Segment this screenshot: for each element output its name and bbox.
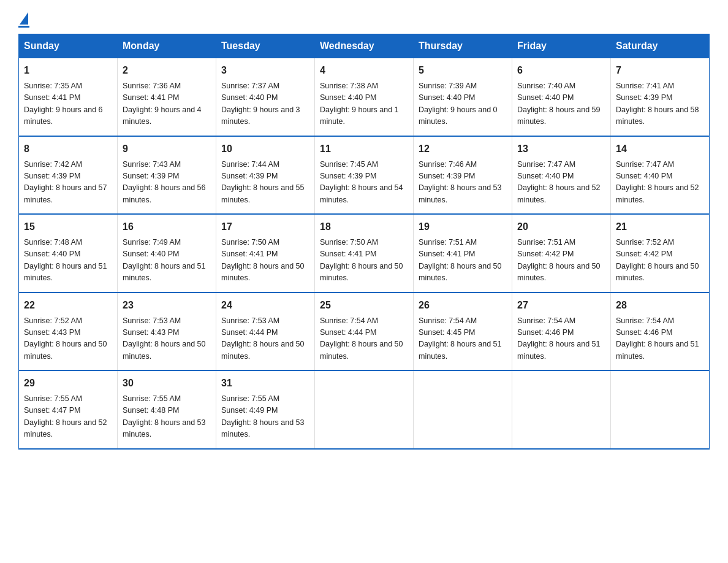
calendar-day-cell: 8Sunrise: 7:42 AMSunset: 4:39 PMDaylight… [19,136,118,215]
logo [18,12,29,28]
day-number: 15 [24,220,112,234]
day-info: Sunrise: 7:37 AMSunset: 4:40 PMDaylight:… [221,80,309,128]
day-info: Sunrise: 7:50 AMSunset: 4:41 PMDaylight:… [320,237,408,285]
day-number: 26 [419,298,507,313]
day-info: Sunrise: 7:54 AMSunset: 4:44 PMDaylight:… [320,315,408,363]
calendar-week-row: 1Sunrise: 7:35 AMSunset: 4:41 PMDaylight… [19,58,710,136]
calendar-day-cell: 17Sunrise: 7:50 AMSunset: 4:41 PMDayligh… [216,214,315,293]
calendar-day-cell: 18Sunrise: 7:50 AMSunset: 4:41 PMDayligh… [315,214,414,293]
calendar-day-cell: 27Sunrise: 7:54 AMSunset: 4:46 PMDayligh… [512,293,611,371]
weekday-header-row: SundayMondayTuesdayWednesdayThursdayFrid… [19,34,710,58]
weekday-header-monday: Monday [118,34,216,58]
day-number: 8 [24,142,112,156]
weekday-header-thursday: Thursday [414,34,512,58]
calendar-day-cell: 24Sunrise: 7:53 AMSunset: 4:44 PMDayligh… [216,293,315,371]
day-number: 7 [616,63,704,78]
day-number: 29 [24,376,112,391]
calendar-day-cell: 7Sunrise: 7:41 AMSunset: 4:39 PMDaylight… [611,58,710,136]
day-number: 18 [320,220,408,234]
day-info: Sunrise: 7:55 AMSunset: 4:48 PMDaylight:… [123,393,211,441]
calendar-day-cell: 14Sunrise: 7:47 AMSunset: 4:40 PMDayligh… [611,136,710,215]
day-info: Sunrise: 7:49 AMSunset: 4:40 PMDaylight:… [123,237,211,285]
day-info: Sunrise: 7:38 AMSunset: 4:40 PMDaylight:… [320,80,408,128]
day-number: 31 [221,376,309,391]
day-info: Sunrise: 7:44 AMSunset: 4:39 PMDaylight:… [221,159,309,207]
day-number: 17 [221,220,309,234]
day-number: 1 [24,63,112,78]
calendar-day-cell: 19Sunrise: 7:51 AMSunset: 4:41 PMDayligh… [414,214,512,293]
day-info: Sunrise: 7:52 AMSunset: 4:43 PMDaylight:… [24,315,112,363]
day-info: Sunrise: 7:46 AMSunset: 4:39 PMDaylight:… [419,159,507,207]
calendar-day-cell: 22Sunrise: 7:52 AMSunset: 4:43 PMDayligh… [19,293,118,371]
weekday-header-saturday: Saturday [611,34,710,58]
day-number: 22 [24,298,112,313]
weekday-header-friday: Friday [512,34,611,58]
day-number: 12 [419,142,507,156]
day-number: 10 [221,142,309,156]
weekday-header-sunday: Sunday [19,34,118,58]
day-info: Sunrise: 7:48 AMSunset: 4:40 PMDaylight:… [24,237,112,285]
day-info: Sunrise: 7:41 AMSunset: 4:39 PMDaylight:… [616,80,704,128]
day-info: Sunrise: 7:51 AMSunset: 4:42 PMDaylight:… [517,237,605,285]
day-info: Sunrise: 7:39 AMSunset: 4:40 PMDaylight:… [419,80,507,128]
calendar-day-cell: 15Sunrise: 7:48 AMSunset: 4:40 PMDayligh… [19,214,118,293]
day-number: 25 [320,298,408,313]
calendar-day-cell: 13Sunrise: 7:47 AMSunset: 4:40 PMDayligh… [512,136,611,215]
weekday-header-tuesday: Tuesday [216,34,315,58]
day-number: 20 [517,220,605,234]
calendar-week-row: 29Sunrise: 7:55 AMSunset: 4:47 PMDayligh… [19,370,710,449]
calendar-day-cell: 12Sunrise: 7:46 AMSunset: 4:39 PMDayligh… [414,136,512,215]
logo-triangle-icon [20,12,28,25]
calendar-day-cell: 26Sunrise: 7:54 AMSunset: 4:45 PMDayligh… [414,293,512,371]
calendar-day-cell [315,370,414,449]
day-number: 3 [221,63,309,78]
calendar-day-cell: 6Sunrise: 7:40 AMSunset: 4:40 PMDaylight… [512,58,611,136]
calendar-day-cell: 23Sunrise: 7:53 AMSunset: 4:43 PMDayligh… [118,293,216,371]
day-info: Sunrise: 7:42 AMSunset: 4:39 PMDaylight:… [24,159,112,207]
page-header [18,12,710,28]
day-info: Sunrise: 7:36 AMSunset: 4:41 PMDaylight:… [123,80,211,128]
day-number: 6 [517,63,605,78]
day-info: Sunrise: 7:53 AMSunset: 4:44 PMDaylight:… [221,315,309,363]
day-info: Sunrise: 7:51 AMSunset: 4:41 PMDaylight:… [419,237,507,285]
day-number: 27 [517,298,605,313]
calendar-day-cell: 21Sunrise: 7:52 AMSunset: 4:42 PMDayligh… [611,214,710,293]
logo-underline [18,26,29,28]
calendar-day-cell: 31Sunrise: 7:55 AMSunset: 4:49 PMDayligh… [216,370,315,449]
day-info: Sunrise: 7:40 AMSunset: 4:40 PMDaylight:… [517,80,605,128]
day-number: 28 [616,298,704,313]
day-number: 13 [517,142,605,156]
day-number: 9 [123,142,211,156]
day-number: 11 [320,142,408,156]
calendar-day-cell: 1Sunrise: 7:35 AMSunset: 4:41 PMDaylight… [19,58,118,136]
day-info: Sunrise: 7:52 AMSunset: 4:42 PMDaylight:… [616,237,704,285]
day-number: 30 [123,376,211,391]
day-number: 24 [221,298,309,313]
calendar-day-cell [414,370,512,449]
day-info: Sunrise: 7:54 AMSunset: 4:46 PMDaylight:… [616,315,704,363]
day-info: Sunrise: 7:35 AMSunset: 4:41 PMDaylight:… [24,80,112,128]
day-info: Sunrise: 7:54 AMSunset: 4:45 PMDaylight:… [419,315,507,363]
day-number: 5 [419,63,507,78]
calendar-week-row: 15Sunrise: 7:48 AMSunset: 4:40 PMDayligh… [19,214,710,293]
calendar-day-cell: 16Sunrise: 7:49 AMSunset: 4:40 PMDayligh… [118,214,216,293]
day-info: Sunrise: 7:47 AMSunset: 4:40 PMDaylight:… [616,159,704,207]
calendar-day-cell: 30Sunrise: 7:55 AMSunset: 4:48 PMDayligh… [118,370,216,449]
calendar-week-row: 22Sunrise: 7:52 AMSunset: 4:43 PMDayligh… [19,293,710,371]
day-number: 16 [123,220,211,234]
calendar-day-cell: 9Sunrise: 7:43 AMSunset: 4:39 PMDaylight… [118,136,216,215]
day-info: Sunrise: 7:53 AMSunset: 4:43 PMDaylight:… [123,315,211,363]
day-info: Sunrise: 7:43 AMSunset: 4:39 PMDaylight:… [123,159,211,207]
day-number: 21 [616,220,704,234]
calendar-day-cell: 11Sunrise: 7:45 AMSunset: 4:39 PMDayligh… [315,136,414,215]
day-number: 14 [616,142,704,156]
day-info: Sunrise: 7:45 AMSunset: 4:39 PMDaylight:… [320,159,408,207]
day-info: Sunrise: 7:47 AMSunset: 4:40 PMDaylight:… [517,159,605,207]
day-info: Sunrise: 7:50 AMSunset: 4:41 PMDaylight:… [221,237,309,285]
day-info: Sunrise: 7:55 AMSunset: 4:49 PMDaylight:… [221,393,309,441]
calendar-day-cell: 25Sunrise: 7:54 AMSunset: 4:44 PMDayligh… [315,293,414,371]
calendar-day-cell [512,370,611,449]
calendar-week-row: 8Sunrise: 7:42 AMSunset: 4:39 PMDaylight… [19,136,710,215]
calendar-day-cell: 2Sunrise: 7:36 AMSunset: 4:41 PMDaylight… [118,58,216,136]
day-number: 23 [123,298,211,313]
